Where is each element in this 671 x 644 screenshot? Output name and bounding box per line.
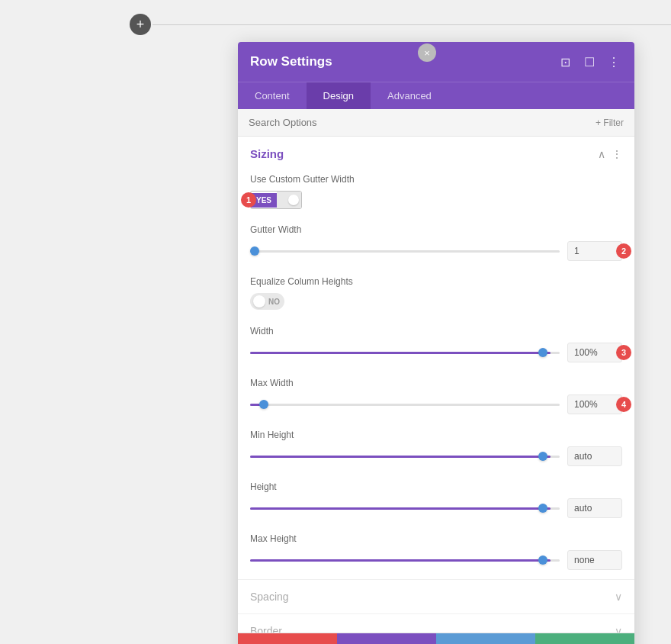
max-width-slider-row: 100% [250, 394, 622, 414]
border-chevron-icon: ∨ [615, 625, 622, 633]
width-track [250, 352, 560, 354]
split-view-icon[interactable]: ☐ [581, 53, 598, 70]
max-width-track [250, 404, 560, 406]
panel-footer: ✕ ↺ ↻ ✓ [238, 633, 634, 644]
badge-1: 1 [241, 192, 256, 208]
max-width-track-wrap[interactable] [250, 398, 560, 411]
badge-3: 3 [616, 345, 631, 360]
canvas-divider [152, 24, 671, 25]
tab-content[interactable]: Content [238, 82, 307, 109]
max-width-row: Max Width 100% 4 [238, 372, 634, 423]
gutter-toggle-wrap: 1 YES [250, 191, 302, 209]
equalize-columns-row: Equalize Column Heights NO [238, 270, 634, 320]
max-width-label: Max Width [250, 378, 622, 388]
max-height-thumb[interactable] [538, 555, 547, 565]
section-more-icon[interactable]: ⋮ [612, 148, 622, 160]
row-settings-panel: Row Settings ⊡ ☐ ⋮ Content Design Advanc… [238, 42, 634, 644]
min-height-track [250, 456, 560, 458]
gutter-slider-thumb[interactable] [250, 246, 259, 256]
min-height-row: Min Height auto [238, 423, 634, 475]
max-height-track-wrap[interactable] [250, 553, 560, 567]
width-row: Width 100% 3 [238, 320, 634, 372]
gutter-width-row: Gutter Width 1 2 [238, 218, 634, 270]
use-custom-gutter-toggle-row: 1 YES [250, 191, 622, 209]
height-value[interactable]: auto [567, 498, 622, 518]
width-fill [250, 352, 551, 354]
height-label: Height [250, 481, 622, 492]
equalize-toggle[interactable]: NO [250, 293, 284, 310]
height-thumb[interactable] [538, 504, 547, 513]
more-options-icon[interactable]: ⋮ [605, 53, 622, 70]
sizing-section-header: Sizing ∧ ⋮ [238, 137, 634, 168]
height-track [250, 507, 560, 510]
toggle-knob [288, 195, 299, 205]
add-element-button[interactable]: + [130, 14, 151, 35]
width-track-wrap[interactable] [250, 346, 560, 359]
search-input[interactable] [249, 117, 596, 128]
spacing-section[interactable]: Spacing ∨ [238, 579, 634, 613]
gutter-width-value[interactable]: 1 [567, 241, 622, 261]
sizing-section: Sizing ∧ ⋮ Use Custom Gutter Width 1 YES [238, 137, 634, 579]
max-height-track [250, 559, 560, 562]
width-label: Width [250, 326, 622, 336]
tab-advanced[interactable]: Advanced [371, 82, 448, 109]
panel-title: Row Settings [250, 54, 332, 69]
equalize-no-label: NO [268, 298, 280, 306]
height-slider-row: auto [250, 498, 622, 518]
min-height-label: Min Height [250, 430, 622, 440]
tab-design[interactable]: Design [307, 82, 371, 109]
equalize-columns-label: Equalize Column Heights [250, 276, 622, 287]
collapse-icon[interactable]: ∧ [598, 148, 605, 160]
cancel-button[interactable]: ✕ [238, 633, 337, 644]
max-width-value[interactable]: 100% [567, 394, 622, 414]
gutter-width-slider-wrap: 1 2 [250, 241, 622, 261]
min-height-fill [250, 456, 551, 458]
use-custom-gutter-label: Use Custom Gutter Width [250, 174, 622, 185]
filter-button[interactable]: + Filter [596, 118, 624, 128]
section-controls: ∧ ⋮ [598, 148, 622, 160]
badge-2: 2 [616, 243, 631, 259]
border-title: Border [250, 625, 282, 633]
max-height-row: Max Height none [238, 527, 634, 579]
max-height-label: Max Height [250, 533, 622, 544]
max-height-value[interactable]: none [567, 550, 622, 570]
min-height-thumb[interactable] [538, 452, 547, 461]
min-height-value[interactable]: auto [567, 446, 622, 466]
panel-header-icons: ⊡ ☐ ⋮ [557, 53, 622, 70]
toggle-slider [277, 192, 301, 208]
badge-4: 4 [616, 397, 631, 412]
close-panel-button[interactable]: × [418, 43, 436, 62]
search-bar: + Filter [238, 109, 634, 137]
panel-header: Row Settings ⊡ ☐ ⋮ [238, 42, 634, 82]
save-button[interactable]: ✓ [535, 633, 634, 644]
gutter-slider-track [250, 250, 560, 253]
redo-button[interactable]: ↻ [436, 633, 535, 644]
min-height-slider-row: auto [250, 446, 622, 466]
width-value[interactable]: 100% [567, 343, 622, 362]
width-thumb[interactable] [538, 348, 547, 357]
spacing-chevron-icon: ∨ [615, 591, 622, 603]
tabs-bar: Content Design Advanced [238, 82, 634, 109]
max-width-thumb[interactable] [259, 400, 268, 409]
undo-button[interactable]: ↺ [337, 633, 436, 644]
spacing-title: Spacing [250, 591, 289, 603]
gutter-slider-track-wrap[interactable] [250, 244, 560, 258]
max-height-slider-row: none [250, 550, 622, 570]
yes-no-toggle[interactable]: YES [250, 191, 302, 209]
width-slider-row: 100% [250, 343, 622, 362]
border-section[interactable]: Border ∨ [238, 613, 634, 633]
width-slider-wrap: 100% 3 [250, 343, 622, 362]
equalize-knob [253, 295, 265, 308]
gutter-width-slider-row: 1 [250, 241, 622, 261]
height-track-wrap[interactable] [250, 501, 560, 515]
sizing-section-title: Sizing [250, 147, 284, 160]
height-row: Height auto [238, 475, 634, 527]
fullscreen-icon[interactable]: ⊡ [557, 53, 573, 70]
max-height-fill [250, 559, 551, 562]
max-width-slider-wrap: 100% 4 [250, 394, 622, 414]
height-fill [250, 507, 551, 510]
use-custom-gutter-row: Use Custom Gutter Width 1 YES [238, 168, 634, 218]
panel-body: Sizing ∧ ⋮ Use Custom Gutter Width 1 YES [238, 137, 634, 633]
min-height-track-wrap[interactable] [250, 449, 560, 463]
gutter-width-label: Gutter Width [250, 224, 622, 235]
